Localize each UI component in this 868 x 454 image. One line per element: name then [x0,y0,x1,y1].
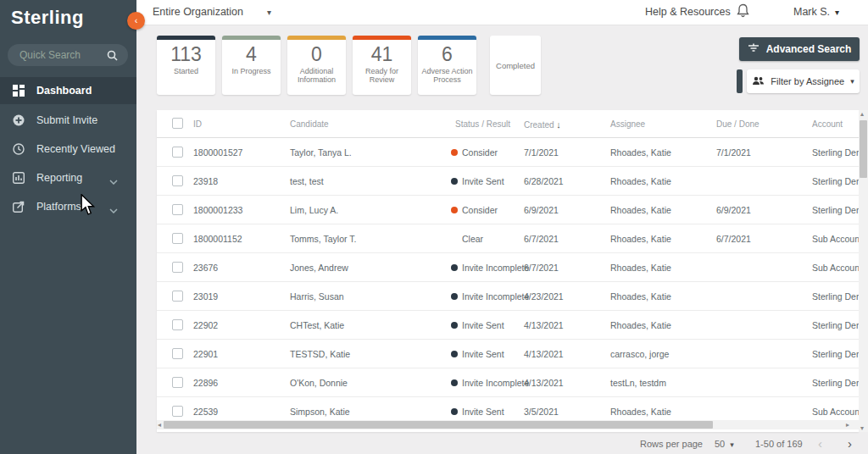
cell-status: Invite Sent [451,340,504,368]
col-header-due-done[interactable]: Due / Done [716,119,760,129]
card-color-bar [287,36,346,40]
cell-status: Invite Incomplete [451,368,529,397]
sidebar-item-submit-invite[interactable]: Submit Invite [0,107,136,134]
cell-due-done: 7/1/2021 [716,138,751,167]
stat-card-additional-information[interactable]: 0 Additional Information [287,36,346,95]
cell-account: Sterling Der [812,282,859,311]
previous-page-button[interactable]: ‹ [818,436,822,451]
status-dot [451,264,458,271]
sidebar: Sterling Dashboard Submit Invite Recentl… [0,0,136,454]
help-resources-link[interactable]: Help & Resources [645,6,731,18]
stat-card-adverse-action[interactable]: 6 Adverse Action Process [418,36,476,95]
cell-created: 4/13/2021 [524,311,564,340]
status-dot [451,207,458,213]
cell-assignee: Rhoades, Katie [610,167,671,196]
cell-id: 23676 [193,253,218,282]
cell-candidate: TESTSD, Katie [290,340,350,368]
horizontal-scrollbar[interactable]: ◂ ▸ [157,420,859,429]
cell-id: 22902 [193,311,218,340]
stat-card-ready-for-review[interactable]: 41 Ready for Review [353,36,411,95]
sidebar-item-label: Dashboard [36,85,92,97]
cell-candidate: Tomms, Taylor T. [290,224,356,253]
status-dot [451,322,458,329]
cell-id: 1800001233 [193,196,242,224]
stat-value: 0 [287,44,346,64]
card-color-bar [353,36,411,40]
cell-status: Consider [451,196,498,224]
row-checkbox[interactable] [172,147,183,158]
notification-bell-icon[interactable]: 12 [737,3,749,21]
table-row[interactable]: 23676 Jones, Andrew Invite Incomplete 6/… [157,253,859,282]
stat-label: Completed [496,61,535,70]
table-row[interactable]: 22901 TESTSD, Katie Invite Sent 4/13/202… [157,340,859,368]
cell-id: 23019 [193,282,218,311]
col-header-created[interactable]: Created ↓ [524,119,561,130]
sidebar-item-dashboard[interactable]: Dashboard [0,77,136,104]
row-checkbox[interactable] [172,291,183,302]
cell-created: 6/28/2021 [524,167,564,196]
col-header-status[interactable]: Status / Result [455,119,510,129]
row-checkbox[interactable] [172,233,183,244]
stat-card-completed[interactable]: Completed [490,36,541,95]
table-row[interactable]: 1800001233 Lim, Lucy A. Consider 6/9/202… [157,196,859,224]
table-row[interactable]: 23918 test, test Invite Sent 6/28/2021 R… [157,167,859,196]
col-header-assignee[interactable]: Assignee [610,119,645,129]
stat-label: In Progress [222,67,281,75]
row-checkbox[interactable] [172,262,183,273]
col-header-id[interactable]: ID [193,119,202,129]
col-header-account[interactable]: Account [812,119,843,129]
filter-by-assignee-button[interactable]: Filter by Assignee ▾ [747,69,860,93]
horizontal-scroll-thumb[interactable] [164,421,713,429]
table-row[interactable]: 23019 Harris, Susan Invite Incomplete 4/… [157,282,859,311]
scroll-left-icon[interactable]: ◂ [158,421,161,429]
scroll-down-icon[interactable]: ▾ [860,424,864,432]
sidebar-item-platforms[interactable]: Platforms [0,193,136,220]
search-icon[interactable] [107,49,118,64]
cell-created: 6/7/2021 [524,253,559,282]
row-checkbox[interactable] [172,204,183,215]
row-checkbox[interactable] [172,175,183,186]
filter-drag-handle[interactable] [737,69,743,93]
cell-account: Sub Accoun [812,224,859,253]
row-checkbox[interactable] [172,319,183,330]
cell-account: Sterling Der [812,368,859,397]
cell-id: 1800001527 [193,138,242,167]
clock-icon [13,143,26,155]
cell-created: 6/7/2021 [524,224,559,253]
row-checkbox[interactable] [172,348,183,359]
row-checkbox[interactable] [172,377,183,388]
vertical-scroll-thumb[interactable] [860,120,867,178]
user-menu[interactable]: Mark S.▾ [793,6,839,18]
cell-candidate: CHTest, Katie [290,311,344,340]
org-selector-dropdown[interactable]: Entire Organization▾ [153,6,271,18]
sidebar-item-recently-viewed[interactable]: Recently Viewed [0,136,136,163]
cell-account: Sterling Der [812,311,859,340]
next-page-button[interactable]: › [848,436,852,451]
vertical-scrollbar[interactable]: ▴ ▾ [859,110,868,432]
table-row[interactable]: 1800001527 Taylor, Tanya L. Consider 7/1… [157,138,859,167]
status-dot [451,379,458,386]
sidebar-item-reporting[interactable]: Reporting [0,164,136,191]
scroll-up-icon[interactable]: ▴ [860,110,864,118]
pagination-range: 1-50 of 169 [755,439,803,449]
dashboard-grid-icon [13,85,26,97]
table-row[interactable]: 22896 O'Kon, Donnie Invite Incomplete 4/… [157,368,859,397]
caret-down-icon: ▾ [730,440,734,449]
caret-down-icon: ▾ [850,77,854,86]
stat-value: 4 [222,44,281,64]
stat-card-in-progress[interactable]: 4 In Progress [222,36,281,95]
rows-per-page-select[interactable]: 50▾ [715,439,734,449]
sidebar-collapse-button[interactable]: ‹ [127,12,145,30]
col-header-candidate[interactable]: Candidate [290,119,329,129]
table-row[interactable]: 1800001152 Tomms, Taylor T. Clear 6/7/20… [157,224,859,253]
stat-card-started[interactable]: 113 Started [157,36,215,95]
cell-id: 1800001152 [193,224,242,253]
cell-account: Sterling Der [812,167,859,196]
scroll-right-icon[interactable]: ▸ [846,421,849,429]
row-checkbox[interactable] [172,406,183,417]
table-row[interactable]: 22902 CHTest, Katie Invite Sent 4/13/202… [157,311,859,340]
select-all-checkbox[interactable] [172,118,183,129]
advanced-search-button[interactable]: Advanced Search [739,37,860,61]
cell-account: Sterling Der [812,138,859,167]
advanced-search-label: Advanced Search [766,43,852,55]
